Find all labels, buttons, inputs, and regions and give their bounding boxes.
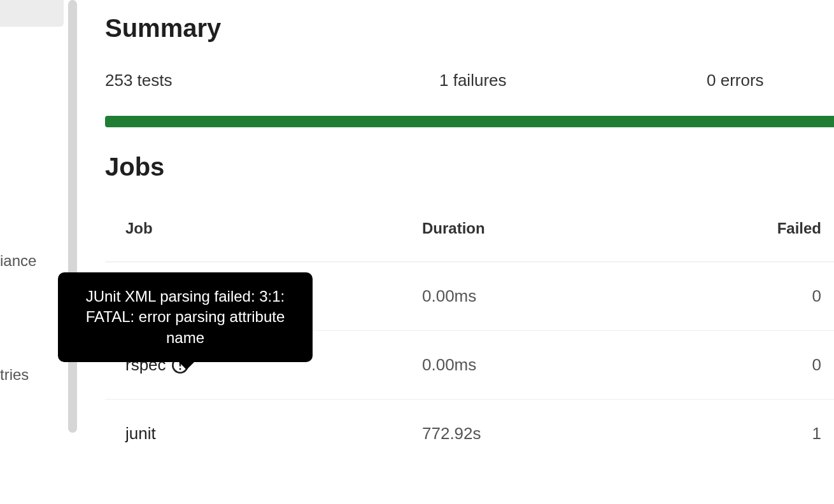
stat-tests: 253 tests [105, 71, 439, 90]
header-duration: Duration [422, 220, 734, 237]
job-duration-cell: 772.92s [422, 424, 734, 444]
sidebar-item-compliance[interactable]: iance [0, 252, 36, 270]
jobs-heading: Jobs [105, 153, 834, 181]
sidebar-active-block[interactable] [0, 0, 64, 27]
header-job: Job [125, 220, 422, 237]
error-tooltip: JUnit XML parsing failed: 3:1: FATAL: er… [58, 272, 313, 362]
test-progress-bar [105, 116, 834, 127]
job-name: junit [125, 424, 156, 444]
main-content: Summary 253 tests 1 failures 0 errors Jo… [105, 14, 834, 468]
job-failed-cell: 0 [734, 355, 834, 375]
job-name-cell: junit [125, 424, 422, 444]
job-duration-cell: 0.00ms [422, 286, 734, 306]
summary-stats: 253 tests 1 failures 0 errors [105, 71, 834, 90]
job-failed-cell: 1 [734, 424, 834, 444]
stat-errors: 0 errors [707, 71, 764, 90]
sidebar: iance tries [0, 0, 64, 504]
scrollbar[interactable] [68, 0, 77, 433]
job-duration-cell: 0.00ms [422, 355, 734, 375]
job-failed-cell: 0 [734, 286, 834, 306]
stat-failures: 1 failures [439, 71, 707, 90]
jobs-table-header: Job Duration Failed [105, 220, 834, 262]
header-failed: Failed [734, 220, 834, 237]
table-row[interactable]: junit 772.92s 1 [105, 400, 834, 468]
summary-heading: Summary [105, 14, 834, 43]
sidebar-item-registries[interactable]: tries [0, 366, 29, 384]
